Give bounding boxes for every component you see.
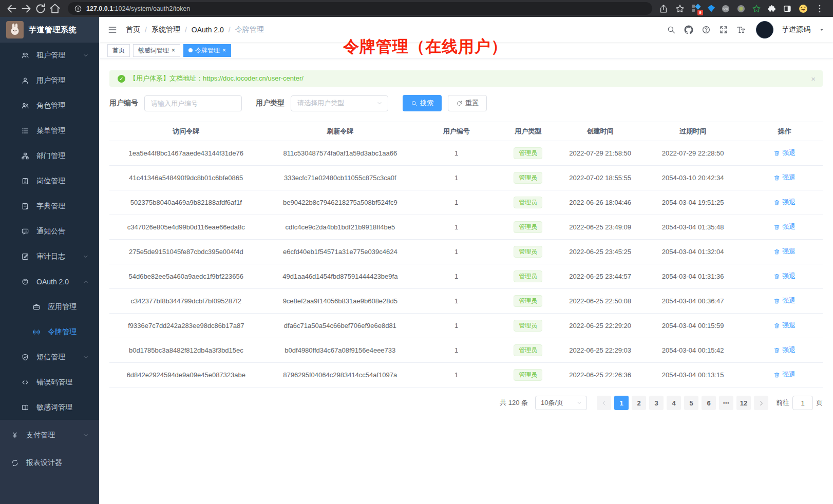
green-circle-extension-icon[interactable] bbox=[736, 4, 746, 13]
sidebar-item-dept[interactable]: 部门管理 bbox=[0, 143, 99, 168]
sidebar-item-report[interactable]: 报表设计器 bbox=[0, 450, 99, 475]
sidebar-item-audit[interactable]: 审计日志 bbox=[0, 244, 99, 269]
sidebar-item-errcode[interactable]: 错误码管理 bbox=[0, 370, 99, 395]
tab-首页[interactable]: 首页 bbox=[107, 44, 130, 57]
breadcrumb-item[interactable]: 系统管理 bbox=[152, 25, 180, 34]
search-icon[interactable] bbox=[667, 25, 676, 34]
username[interactable]: 芋道源码 bbox=[782, 25, 810, 34]
trash-icon bbox=[773, 199, 780, 206]
force-logout-button[interactable]: 强退 bbox=[773, 148, 796, 158]
chevron-down-icon[interactable] bbox=[819, 27, 825, 33]
app-logo[interactable]: 芋道管理系统 bbox=[0, 17, 99, 43]
force-logout-button[interactable]: 强退 bbox=[773, 296, 796, 305]
force-logout-button[interactable]: 强退 bbox=[773, 272, 796, 281]
cell-created-time: 2022-06-25 23:44:57 bbox=[561, 264, 639, 289]
sidebar-item-tenant[interactable]: 租户管理 bbox=[0, 43, 99, 68]
cell-user-type: 管理员 bbox=[495, 314, 561, 338]
help-icon[interactable] bbox=[702, 25, 711, 34]
pager-page-12[interactable]: 12 bbox=[736, 396, 751, 410]
profile-emoji-icon[interactable] bbox=[798, 4, 808, 14]
sidebar-item-oauth2[interactable]: OAuth 2.0 bbox=[0, 269, 99, 294]
github-icon[interactable] bbox=[684, 25, 693, 34]
doc-link[interactable]: https://doc.iocoder.cn/user-center/ bbox=[203, 74, 304, 82]
font-size-icon[interactable] bbox=[736, 25, 746, 34]
sidebar-item-post[interactable]: 岗位管理 bbox=[0, 168, 99, 193]
tab-敏感词管理[interactable]: 敏感词管理× bbox=[133, 44, 180, 57]
breadcrumb-item[interactable]: OAuth 2.0 bbox=[192, 26, 224, 34]
bookmark-star-icon[interactable] bbox=[675, 4, 685, 14]
forward-icon[interactable] bbox=[20, 2, 33, 15]
cell-access-token: 502375b8040a469a9b82188afdf6af1f bbox=[109, 190, 263, 215]
home-icon[interactable] bbox=[48, 2, 62, 15]
sidebar-item-sms[interactable]: 短信管理 bbox=[0, 344, 99, 370]
sidebar-item-label: 令牌管理 bbox=[48, 327, 77, 337]
gem-extension-icon[interactable] bbox=[708, 5, 715, 12]
tab-close-icon[interactable]: × bbox=[222, 47, 226, 53]
cell-user-id: 1 bbox=[418, 166, 495, 190]
table-header-row: 访问令牌刷新令牌用户编号用户类型创建时间过期时间操作 bbox=[109, 122, 823, 141]
sidebar-item-oauth2-app[interactable]: 应用管理 bbox=[0, 294, 99, 319]
cell-created-time: 2022-06-25 23:49:09 bbox=[561, 215, 639, 240]
token-table: 访问令牌刷新令牌用户编号用户类型创建时间过期时间操作 1ea5e44f8bc14… bbox=[109, 122, 823, 387]
sidebar-item-menu[interactable]: 菜单管理 bbox=[0, 118, 99, 143]
pager-page-6[interactable]: 6 bbox=[702, 396, 716, 410]
cell-user-id: 1 bbox=[418, 215, 495, 240]
robot-icon bbox=[21, 278, 29, 286]
browser-menu-icon[interactable] bbox=[815, 4, 825, 14]
sidebar-item-sensitive[interactable]: 敏感词管理 bbox=[0, 395, 99, 420]
sidebar-item-role[interactable]: 角色管理 bbox=[0, 93, 99, 118]
sidebar-collapse-icon[interactable] bbox=[107, 25, 118, 35]
user-type-select[interactable]: 请选择用户类型 bbox=[291, 95, 388, 111]
force-logout-button[interactable]: 强退 bbox=[773, 173, 796, 182]
tab-close-icon[interactable]: × bbox=[172, 47, 175, 53]
share-icon[interactable] bbox=[658, 4, 669, 14]
pager-page-3[interactable]: 3 bbox=[649, 396, 664, 410]
page-size-select[interactable]: 10条/页 bbox=[535, 396, 587, 410]
force-logout-label: 强退 bbox=[782, 370, 796, 379]
user-id-input[interactable] bbox=[144, 95, 242, 111]
gray-circle-extension-icon[interactable] bbox=[721, 4, 730, 13]
pager-page-2[interactable]: 2 bbox=[632, 396, 646, 410]
sidebar-item-dict[interactable]: 字典管理 bbox=[0, 193, 99, 219]
force-logout-button[interactable]: 强退 bbox=[773, 198, 796, 207]
sidebar-item-oauth2-token[interactable]: 令牌管理 bbox=[0, 319, 99, 344]
pager-page-5[interactable]: 5 bbox=[684, 396, 698, 410]
reset-button[interactable]: 重置 bbox=[448, 95, 487, 111]
force-logout-button[interactable]: 强退 bbox=[773, 370, 796, 379]
sidebar-item-user[interactable]: 用户管理 bbox=[0, 68, 99, 93]
search-button[interactable]: 搜索 bbox=[403, 95, 442, 111]
split-screen-icon[interactable] bbox=[783, 4, 792, 13]
sidebar-menu: 租户管理用户管理角色管理菜单管理部门管理岗位管理字典管理通知公告审计日志OAut… bbox=[0, 43, 99, 504]
next-page-button[interactable] bbox=[754, 396, 768, 410]
sidebar-item-notice[interactable]: 通知公告 bbox=[0, 219, 99, 244]
force-logout-button[interactable]: 强退 bbox=[773, 321, 796, 330]
user-id-label: 用户编号 bbox=[109, 99, 138, 108]
green-star-extension-icon[interactable] bbox=[752, 4, 761, 13]
chevron-up-icon bbox=[83, 279, 89, 285]
goto-page-input[interactable] bbox=[792, 396, 813, 410]
reload-icon[interactable] bbox=[34, 2, 47, 15]
user-avatar[interactable] bbox=[756, 21, 773, 38]
pager-page-1[interactable]: 1 bbox=[614, 396, 629, 410]
puzzle-extension-icon[interactable] bbox=[767, 4, 777, 13]
alert-close-icon[interactable]: × bbox=[811, 74, 816, 83]
back-icon[interactable] bbox=[5, 2, 18, 15]
breadcrumb-item[interactable]: 首页 bbox=[126, 25, 140, 34]
force-logout-button[interactable]: 强退 bbox=[773, 222, 796, 231]
site-info-icon[interactable] bbox=[74, 5, 82, 13]
tab-令牌管理[interactable]: 令牌管理× bbox=[183, 44, 231, 57]
address-bar[interactable]: 127.0.0.1:1024/system/oauth2/token bbox=[68, 2, 652, 15]
sidebar-item-pay[interactable]: 支付管理 bbox=[0, 422, 99, 448]
screen: 127.0.0.1:1024/system/oauth2/token 9 bbox=[0, 0, 833, 504]
code-icon bbox=[21, 378, 29, 386]
fullscreen-icon[interactable] bbox=[719, 25, 728, 34]
force-logout-button[interactable]: 强退 bbox=[773, 345, 796, 355]
alert-text: 【用户体系】文档地址：https://doc.iocoder.cn/user-c… bbox=[129, 74, 304, 83]
extension-grid-icon[interactable]: 9 bbox=[691, 4, 702, 13]
pager-page-4[interactable]: 4 bbox=[667, 396, 681, 410]
prev-page-button[interactable] bbox=[597, 396, 611, 410]
force-logout-button[interactable]: 强退 bbox=[773, 247, 796, 256]
tab-label: 令牌管理 bbox=[195, 46, 220, 55]
sidebar-item-label: 岗位管理 bbox=[36, 177, 65, 186]
pager-more-button[interactable]: ⋯ bbox=[719, 396, 733, 410]
